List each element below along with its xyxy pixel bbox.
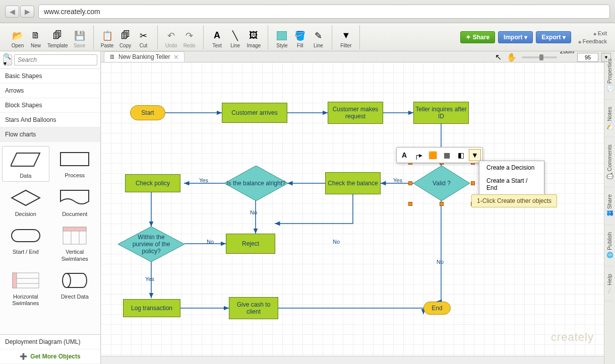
search-button[interactable]: 🔍▾ bbox=[3, 54, 12, 65]
ctx-more-button[interactable]: ▼ bbox=[469, 149, 481, 161]
cat-basic-shapes[interactable]: Basic Shapes bbox=[0, 69, 100, 84]
template-button[interactable]: 🗐Template bbox=[45, 29, 70, 49]
menu-create-decision[interactable]: Create a Decision bbox=[479, 161, 544, 174]
shape-document[interactable]: Document bbox=[51, 185, 99, 220]
style-icon bbox=[276, 30, 288, 42]
node-customer-request[interactable]: Customer makes request bbox=[328, 102, 383, 124]
node-check-policy[interactable]: Check policy bbox=[125, 174, 180, 192]
nav-back-button[interactable]: ◀ bbox=[5, 6, 19, 18]
label-no-2: No bbox=[207, 239, 214, 245]
svg-rect-11 bbox=[13, 273, 17, 288]
undo-button[interactable]: ↶Undo bbox=[163, 29, 180, 49]
ctx-text-button[interactable]: A bbox=[398, 149, 410, 161]
document-tab[interactable]: 🗎 New Banking Teller ✕ bbox=[104, 51, 184, 62]
tooltip-1click: 1-Click Create other objects bbox=[471, 194, 557, 207]
node-within-policy-decision[interactable]: Within the purview of the policy? bbox=[118, 227, 184, 262]
close-tab-button[interactable]: ✕ bbox=[173, 53, 179, 61]
label-no-1: No bbox=[250, 209, 257, 215]
ctx-connector-button[interactable]: ┌▸ bbox=[412, 149, 424, 161]
shape-hswimlanes[interactable]: Horizontal Swimlanes bbox=[2, 267, 49, 309]
filter-button[interactable]: ▼Filter bbox=[337, 29, 354, 49]
horizontal-scrollbar[interactable] bbox=[101, 356, 607, 364]
text-icon: A bbox=[211, 30, 223, 42]
text-tool-button[interactable]: AText bbox=[209, 29, 226, 49]
feedback-link[interactable]: Feedback bbox=[578, 38, 607, 44]
line-tool-button[interactable]: ╲Line bbox=[227, 29, 244, 49]
search-input[interactable] bbox=[14, 54, 97, 65]
selection-handles[interactable] bbox=[410, 163, 473, 204]
paste-button[interactable]: 📋Paste bbox=[99, 29, 116, 49]
node-log-tx[interactable]: Log transaction bbox=[123, 299, 180, 317]
new-button[interactable]: 🗎New bbox=[27, 29, 44, 49]
node-check-balance[interactable]: Check the balance bbox=[325, 172, 381, 194]
cat-flow-charts[interactable]: Flow charts bbox=[0, 127, 100, 142]
tab-help[interactable]: ❔Help bbox=[604, 267, 614, 302]
label-no-4: No bbox=[437, 259, 444, 265]
paste-icon: 📋 bbox=[101, 30, 113, 42]
node-balance-ok-decision[interactable]: Is the balance alright? bbox=[224, 166, 288, 201]
shape-direct-data[interactable]: Direct Data bbox=[51, 267, 99, 309]
save-icon: 💾 bbox=[74, 30, 86, 42]
cat-block-shapes[interactable]: Block Shapes bbox=[0, 98, 100, 113]
filter-icon: ▼ bbox=[340, 30, 352, 42]
new-icon: 🗎 bbox=[30, 30, 42, 42]
import-button[interactable]: Import ▾ bbox=[498, 31, 533, 43]
tab-notes[interactable]: 📝Notes bbox=[604, 100, 614, 137]
hand-tool[interactable]: ✋ bbox=[507, 52, 517, 62]
share-button[interactable]: ✦ Share bbox=[460, 31, 495, 43]
ctx-layers-button[interactable]: 🟧 bbox=[426, 149, 439, 161]
svg-marker-2 bbox=[12, 190, 40, 205]
image-tool-button[interactable]: 🖼Image bbox=[245, 29, 263, 49]
cat-stars-balloons[interactable]: Stars And Balloons bbox=[0, 113, 100, 127]
get-more-objects-button[interactable]: ➕Get More Objects bbox=[0, 349, 100, 364]
exit-link[interactable]: Exit bbox=[593, 30, 607, 36]
label-yes-3: Yes bbox=[145, 276, 154, 282]
zoom-input[interactable] bbox=[577, 53, 598, 62]
fill-button[interactable]: 🪣Fill bbox=[291, 29, 309, 49]
shape-vswimlanes[interactable]: Vertical Swimlanes bbox=[51, 223, 99, 264]
node-end[interactable]: End bbox=[423, 302, 451, 315]
svg-rect-7 bbox=[63, 227, 86, 231]
browser-bar: ◀ ▶ www.creately.com bbox=[0, 0, 615, 23]
redo-button[interactable]: ↷Redo bbox=[181, 29, 198, 49]
copy-button[interactable]: 🗐Copy bbox=[117, 29, 134, 49]
zoom-slider[interactable] bbox=[522, 56, 557, 58]
node-reject[interactable]: Reject bbox=[226, 234, 275, 254]
menu-create-start-end[interactable]: Create a Start / End bbox=[479, 174, 544, 194]
undo-icon: ↶ bbox=[165, 30, 177, 42]
context-create-menu: Create a Decision Create a Start / End bbox=[479, 161, 544, 195]
tab-share[interactable]: 👥Share bbox=[604, 187, 614, 225]
tab-publish[interactable]: 🌐Publish bbox=[604, 225, 614, 266]
node-teller-id[interactable]: Teller inquires after ID bbox=[413, 102, 469, 124]
open-button[interactable]: 📂Open bbox=[9, 29, 26, 49]
cut-button[interactable]: ✂Cut bbox=[135, 29, 152, 49]
canvas-area: 🗎 New Banking Teller ✕ ↖ ✋ Zoom ▼ bbox=[101, 51, 615, 364]
shape-start-end[interactable]: Start / End bbox=[2, 223, 49, 264]
right-panel-tabs: 📄Properties 📝Notes 💬Comments 👥Share 🌐Pub… bbox=[604, 51, 615, 364]
save-button[interactable]: 💾Save bbox=[71, 29, 88, 49]
node-customer-arrives[interactable]: Customer arrives bbox=[222, 103, 287, 123]
nav-forward-button[interactable]: ▶ bbox=[20, 6, 34, 18]
style-button[interactable]: Style bbox=[273, 29, 290, 49]
tab-comments[interactable]: 💬Comments bbox=[604, 137, 614, 187]
ctx-grid-button[interactable]: ▦ bbox=[441, 149, 453, 161]
creately-logo: creately bbox=[551, 331, 594, 344]
shape-data[interactable]: Data bbox=[2, 146, 49, 182]
canvas[interactable]: Start Customer arrives Customer makes re… bbox=[101, 62, 607, 356]
line-style-button[interactable]: ✎Line bbox=[310, 29, 327, 49]
deployment-diagram-cat[interactable]: Deployment Diagram (UML) bbox=[0, 335, 100, 349]
node-start[interactable]: Start bbox=[130, 105, 165, 120]
export-button[interactable]: Export ▾ bbox=[536, 31, 571, 43]
node-give-cash[interactable]: Give cash to client bbox=[229, 297, 278, 319]
shape-process[interactable]: Process bbox=[51, 146, 99, 182]
url-bar[interactable]: www.creately.com bbox=[38, 5, 610, 19]
cat-arrows[interactable]: Arrows bbox=[0, 84, 100, 98]
line-icon: ╲ bbox=[229, 30, 241, 42]
svg-rect-1 bbox=[60, 153, 89, 166]
ctx-create-button[interactable]: ◧ bbox=[455, 149, 467, 161]
svg-marker-0 bbox=[11, 153, 40, 166]
shape-decision[interactable]: Decision bbox=[2, 185, 49, 220]
zoom-dropdown[interactable]: ▼ bbox=[601, 53, 611, 62]
folder-icon: 📂 bbox=[12, 30, 24, 42]
pointer-tool[interactable]: ↖ bbox=[495, 52, 502, 62]
